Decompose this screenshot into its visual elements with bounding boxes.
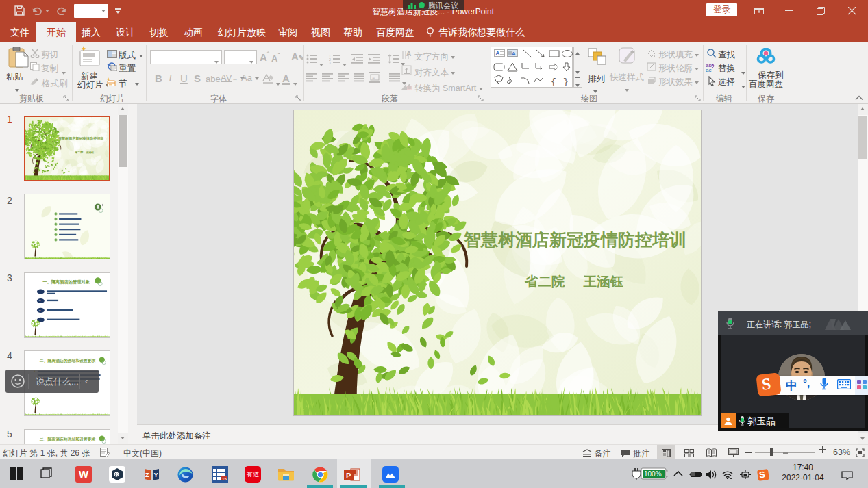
svg-text:一、隔离酒店的管理对象: 一、隔离酒店的管理对象 (42, 279, 90, 285)
svg-text:15: 15 (222, 477, 227, 481)
svg-text:{: { (551, 77, 556, 87)
svg-text:Y: Y (154, 472, 158, 478)
svg-text:A: A (406, 50, 411, 57)
svg-text:100%: 100% (644, 470, 662, 478)
svg-text:3: 3 (329, 61, 331, 64)
svg-text:Z: Z (145, 472, 149, 478)
svg-text:省二院 王涵钰: 省二院 王涵钰 (74, 151, 94, 154)
svg-text:A: A (512, 51, 516, 57)
svg-text:P: P (346, 472, 351, 480)
svg-text:二、隔离酒店的选址和设置要求: 二、隔离酒店的选址和设置要求 (39, 358, 96, 363)
svg-text:智慧树酒店新冠疫情防控培训: 智慧树酒店新冠疫情防控培训 (58, 136, 103, 141)
svg-text:二、隔离酒店的选址和设置要求: 二、隔离酒店的选址和设置要求 (39, 437, 96, 442)
svg-text:≡: ≡ (372, 75, 375, 80)
svg-text:}: } (563, 77, 569, 87)
svg-text:A: A (496, 50, 500, 56)
svg-text:ac: ac (706, 67, 711, 73)
